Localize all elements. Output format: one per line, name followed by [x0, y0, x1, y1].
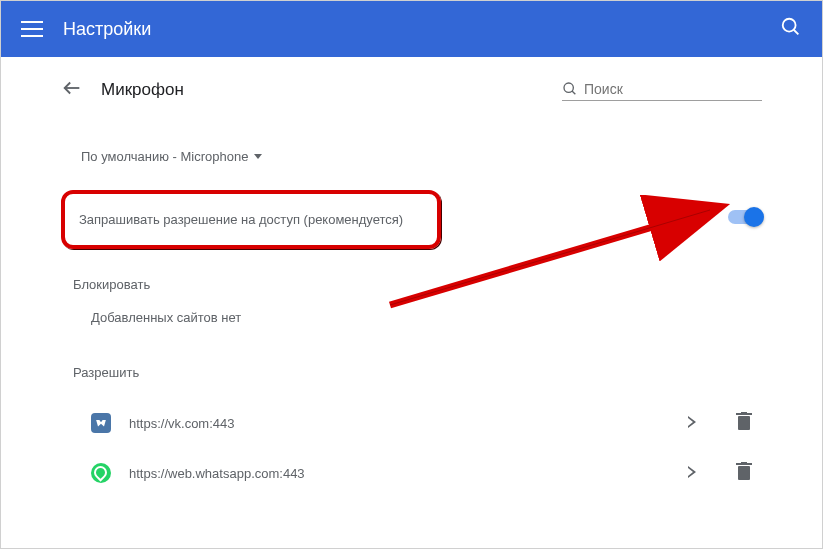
svg-line-4	[572, 91, 575, 94]
allowed-site-row: https://vk.com:443	[61, 398, 762, 448]
whatsapp-icon	[91, 463, 111, 483]
search-icon[interactable]	[780, 16, 802, 42]
svg-point-0	[783, 19, 796, 32]
vk-icon	[91, 413, 111, 433]
chevron-right-icon[interactable]	[688, 464, 696, 482]
block-empty-text: Добавленных сайтов нет	[91, 310, 762, 325]
svg-line-1	[794, 30, 799, 35]
allow-section-title: Разрешить	[73, 365, 762, 380]
svg-marker-5	[688, 416, 696, 428]
delete-icon[interactable]	[736, 412, 752, 434]
highlight-annotation: Запрашивать разрешение на доступ (рекоме…	[61, 190, 441, 249]
dropdown-label: По умолчанию - Microphone	[81, 149, 248, 164]
svg-rect-8	[741, 412, 747, 414]
app-topbar: Настройки	[1, 1, 822, 57]
search-box[interactable]	[562, 80, 762, 101]
svg-rect-6	[738, 416, 750, 430]
microphone-device-dropdown[interactable]: По умолчанию - Microphone	[71, 143, 272, 170]
search-input[interactable]	[584, 81, 762, 97]
site-url: https://vk.com:443	[129, 416, 688, 431]
svg-rect-10	[738, 466, 750, 480]
svg-rect-12	[741, 462, 747, 464]
ask-permission-label: Запрашивать разрешение на доступ (рекоме…	[79, 212, 423, 227]
site-url: https://web.whatsapp.com:443	[129, 466, 688, 481]
menu-icon[interactable]	[21, 21, 43, 37]
block-section-title: Блокировать	[73, 277, 762, 292]
svg-point-3	[564, 82, 573, 91]
delete-icon[interactable]	[736, 462, 752, 484]
chevron-right-icon[interactable]	[688, 414, 696, 432]
back-arrow-icon[interactable]	[61, 77, 83, 103]
chevron-down-icon	[254, 154, 262, 159]
app-title: Настройки	[63, 19, 780, 40]
svg-marker-9	[688, 466, 696, 478]
page-title: Микрофон	[101, 80, 562, 100]
allowed-site-row: https://web.whatsapp.com:443	[61, 448, 762, 498]
ask-permission-toggle[interactable]	[728, 210, 762, 224]
